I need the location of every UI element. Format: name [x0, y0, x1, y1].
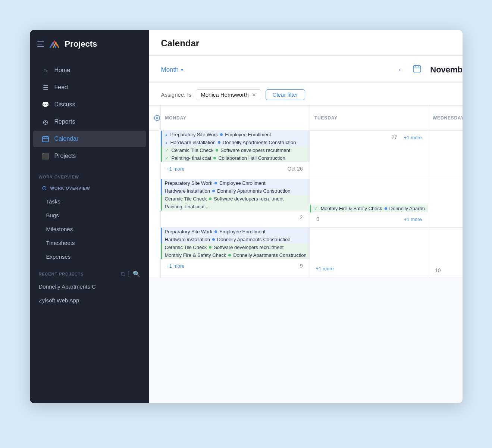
recent-project-donnelly[interactable]: Donnelly Apartments C — [30, 280, 149, 293]
settings-icon[interactable] — [154, 110, 160, 126]
discuss-icon: 💬 — [42, 101, 49, 108]
nav-item-calendar[interactable]: Calendar — [33, 131, 146, 147]
week1-tuesday: 27 +1 more — [310, 131, 428, 179]
menu-icon[interactable] — [37, 41, 44, 47]
prev-month-button[interactable]: ‹ — [396, 64, 404, 75]
event-label2: Donnelly Apartments Construction — [217, 188, 291, 194]
event-bar[interactable]: ⬧ Preparatory Site Work Employee Enrollm… — [161, 131, 310, 139]
event-dot-blue — [385, 207, 387, 210]
day-number-tue1: 27 — [388, 132, 401, 143]
event-text: Ceramic Tile Check — [165, 245, 207, 250]
page-title: Calendar — [161, 38, 463, 49]
week3-settings-col — [149, 228, 161, 277]
remove-filter-button[interactable]: ✕ — [252, 92, 256, 98]
main-content: Calendar Month ▾ ‹ November 2020 Assigne… — [149, 30, 463, 403]
nav-item-feed[interactable]: ☰ Feed — [33, 79, 146, 96]
more-link-tue2[interactable]: +1 more — [401, 216, 425, 223]
nav-item-home[interactable]: ⌂ Home — [33, 62, 146, 78]
more-link-mon3[interactable]: +1 more — [164, 262, 188, 270]
day-number-tue2: 3 — [313, 214, 323, 224]
more-link-mon1[interactable]: +1 more — [164, 165, 188, 172]
event-text: Monthly Fire & Safety Check — [165, 252, 226, 258]
event-label2: Donnelly Apartments Construction — [223, 140, 296, 145]
nav-list: ⌂ Home ☰ Feed 💬 Discuss ◎ Reports — [30, 58, 149, 168]
calendar-toolbar: Month ▾ ‹ November 2020 — [149, 56, 463, 83]
calendar-picker-button[interactable] — [410, 63, 424, 76]
calendar-nav-icon — [42, 135, 49, 143]
nav-item-reports[interactable]: ◎ Reports — [33, 113, 146, 130]
calendar-header-row: MONDAY TUESDAY WEDNESDAY — [149, 106, 463, 131]
event-label2: Employee Enrollment — [219, 229, 266, 234]
calendar-grid: MONDAY TUESDAY WEDNESDAY ⬧ Preparatory S… — [149, 106, 463, 403]
day-number-mon2: 2 — [296, 212, 307, 223]
filter-tag: Monica Hemsworth ✕ — [196, 89, 261, 100]
event-label2: Employee Enrollment — [225, 132, 271, 137]
filter-value: Monica Hemsworth — [201, 91, 248, 98]
event-bar[interactable]: ✓ Ceramic Tile Check Software developers… — [161, 146, 310, 154]
nav-item-discuss[interactable]: 💬 Discuss — [33, 96, 146, 113]
divider: | — [128, 271, 129, 277]
nav-milestones[interactable]: Milestones — [30, 222, 149, 236]
current-month: November 2020 — [430, 65, 462, 75]
event-bar[interactable]: Preparatory Site Work Employee Enrollmen… — [161, 228, 310, 236]
month-view-button[interactable]: Month ▾ — [161, 66, 183, 74]
nav-item-projects[interactable]: ⬛ Projects — [33, 148, 146, 164]
week-row-3: Preparatory Site Work Employee Enrollmen… — [149, 228, 463, 277]
event-bar[interactable]: Preparatory Site Work Employee Enrollmen… — [161, 179, 310, 187]
event-bar[interactable]: ⬧ Hardware installation Donnelly Apartme… — [161, 139, 310, 146]
event-dot-blue — [218, 141, 220, 144]
recent-icons: ⧉ | 🔍 — [121, 270, 140, 277]
recent-project-zylsoft[interactable]: Zylsoft Web App — [30, 293, 149, 307]
calendar-table: MONDAY TUESDAY WEDNESDAY ⬧ Preparatory S… — [149, 106, 463, 277]
svg-rect-4 — [413, 66, 421, 72]
event-text: Ceramic Tile Check — [172, 147, 214, 153]
search-icon[interactable]: 🔍 — [133, 270, 140, 277]
nav-label-reports: Reports — [54, 118, 75, 125]
event-dot-green — [209, 246, 211, 249]
logo-icon — [48, 38, 60, 50]
more-link-tue1[interactable]: +1 more — [401, 134, 425, 141]
event-text: Monthly Fire & Safety Check — [321, 206, 382, 211]
nav-bugs[interactable]: Bugs — [30, 208, 149, 222]
event-bar[interactable]: Painting- final coat ... — [161, 203, 310, 211]
nav-tasks[interactable]: Tasks — [30, 195, 149, 208]
week1-monday: ⬧ Preparatory Site Work Employee Enrollm… — [160, 131, 310, 179]
filter-bar: Assignee: Is Monica Hemsworth ✕ Clear fi… — [149, 83, 463, 106]
check-icon: ✓ — [165, 148, 169, 153]
week3-monday: Preparatory Site Work Employee Enrollmen… — [160, 228, 310, 277]
projects-icon: ⬛ — [42, 152, 49, 160]
event-bar[interactable]: ✓ Painting- final coat Collaboration Hal… — [161, 154, 310, 162]
work-overview-toggle[interactable]: ⊙ WORK OVERVIEW — [33, 182, 146, 194]
nav-label-feed: Feed — [54, 84, 68, 91]
nav-label-home: Home — [54, 67, 70, 74]
week3-wednesday: 10 +1 more — [428, 228, 462, 277]
work-overview-label: WORK OVERVIEW — [30, 168, 149, 181]
week2-tuesday: ✓ Monthly Fire & Safety Check Donnelly A… — [310, 179, 428, 228]
event-dot-blue — [214, 182, 217, 184]
event-bar[interactable]: Ceramic Tile Check Software developers r… — [161, 195, 310, 203]
event-bar[interactable]: Hardware installation Donnelly Apartment… — [161, 236, 310, 243]
week2-wednesday — [428, 179, 462, 228]
event-bar[interactable]: Ceramic Tile Check Software developers r… — [161, 243, 310, 251]
event-bar[interactable]: Hardware installation Donnelly Apartment… — [161, 187, 310, 195]
svg-rect-0 — [43, 137, 48, 142]
event-dot-green — [216, 149, 218, 152]
event-bar[interactable]: Monthly Fire & Safety Check Donnelly Apa… — [161, 251, 310, 259]
day-number-mon3: 9 — [296, 261, 307, 271]
nav-timesheets[interactable]: Timesheets — [30, 236, 149, 250]
filter-icon[interactable]: ⧉ — [121, 271, 125, 277]
event-label2: Employee Enrollment — [219, 180, 266, 186]
event-dot-blue — [220, 133, 223, 136]
nav-label-projects: Projects — [54, 153, 76, 159]
event-label2: Donnelly Apartm — [389, 206, 425, 211]
nav-expenses[interactable]: Expenses — [30, 250, 149, 264]
week1-settings-col — [149, 131, 161, 179]
clear-filter-button[interactable]: Clear filter — [266, 89, 305, 100]
event-dot-green — [209, 197, 211, 200]
event-bar[interactable]: ✓ Monthly Fire & Safety Check Donnelly A… — [310, 205, 428, 212]
svg-point-9 — [156, 117, 158, 119]
event-text: Painting- final coat ... — [165, 204, 210, 209]
event-text: Hardware installation — [165, 237, 210, 242]
more-link-tue3[interactable]: +1 more — [313, 265, 337, 272]
event-dot-blue — [212, 238, 215, 241]
